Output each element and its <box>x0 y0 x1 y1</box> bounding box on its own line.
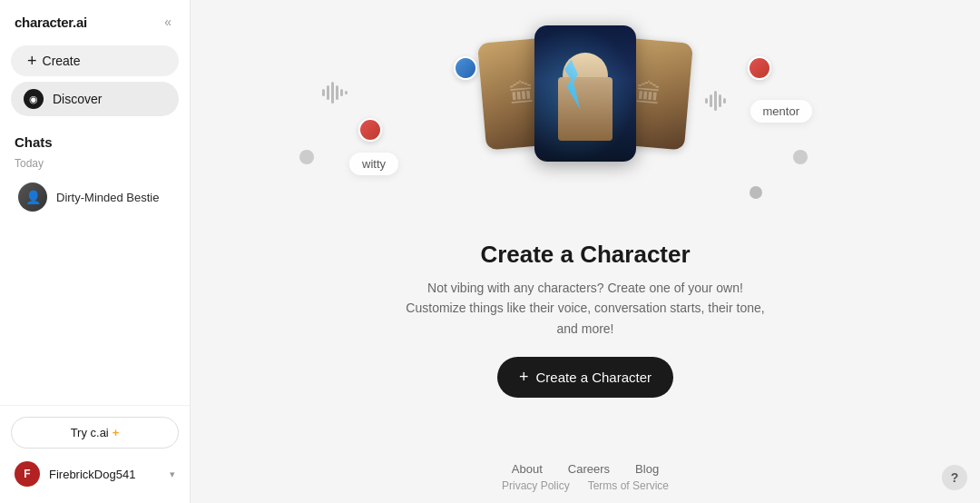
sidebar-actions: + Create ◉ Discover <box>0 40 190 123</box>
float-dot-2 <box>793 150 808 164</box>
logo: character.ai <box>15 15 87 30</box>
mentor-chip: mentor <box>750 100 812 123</box>
float-avatar-2 <box>358 118 382 142</box>
footer-blog[interactable]: Blog <box>635 462 659 476</box>
user-profile[interactable]: F FirebrickDog541 ▾ <box>11 458 179 490</box>
chevron-down-icon: ▾ <box>170 468 175 480</box>
user-name: FirebrickDog541 <box>49 468 161 481</box>
float-dot-1 <box>299 150 314 164</box>
footer: About Careers Blog Privacy Policy Terms … <box>191 448 980 503</box>
witty-chip: witty <box>349 153 398 175</box>
plus-icon: + <box>27 53 37 69</box>
footer-careers[interactable]: Careers <box>568 462 610 476</box>
try-plus-button[interactable]: Try c.ai+ <box>11 417 179 449</box>
discover-button[interactable]: ◉ Discover <box>11 82 179 116</box>
float-avatar-3 <box>748 56 771 80</box>
sidebar-bottom: Try c.ai+ F FirebrickDog541 ▾ <box>0 405 190 503</box>
footer-terms[interactable]: Terms of Service <box>588 479 669 492</box>
top-bar <box>191 0 980 9</box>
chat-item[interactable]: 👤 Dirty-Minded Bestie <box>15 177 175 217</box>
chats-date: Today <box>15 157 175 170</box>
hero-text-block: Create a Character Not vibing with any c… <box>404 241 767 398</box>
sound-wave-left <box>322 82 348 104</box>
card-roman-right: 🏛 <box>604 36 693 150</box>
discover-label: Discover <box>53 92 102 106</box>
character-cards: 🏛 🏛 <box>482 25 689 162</box>
sidebar-header: character.ai « <box>0 0 190 40</box>
user-initial: F <box>24 468 30 480</box>
main-content: 🏛 🏛 witty mentor <box>191 0 980 503</box>
footer-about[interactable]: About <box>512 462 543 476</box>
sound-wave-right <box>705 91 726 111</box>
hero-area: 🏛 🏛 witty mentor <box>191 9 980 448</box>
try-plus-label: Try c.ai <box>71 426 109 439</box>
create-character-button[interactable]: + Create a Character <box>497 357 673 398</box>
footer-privacy[interactable]: Privacy Policy <box>502 479 570 492</box>
user-avatar: F <box>15 461 40 487</box>
card-roman-left: 🏛 <box>477 36 566 150</box>
sidebar: character.ai « + Create ◉ Discover Chats… <box>0 0 191 503</box>
hero-title: Create a Character <box>404 241 767 269</box>
plus-suffix: + <box>113 426 120 439</box>
chats-heading: Chats <box>15 134 175 150</box>
footer-links-row: About Careers Blog <box>191 462 980 476</box>
help-button[interactable]: ? <box>942 465 967 490</box>
card-zeus <box>534 25 636 162</box>
create-char-plus-icon: + <box>519 368 529 387</box>
chat-name: Dirty-Minded Bestie <box>56 191 159 204</box>
create-button[interactable]: + Create <box>11 45 179 76</box>
create-label: Create <box>43 54 81 68</box>
hero-description: Not vibing with any characters? Create o… <box>404 278 767 339</box>
float-avatar-1 <box>454 56 477 80</box>
create-char-label: Create a Character <box>535 370 652 385</box>
float-dot-3 <box>750 186 762 199</box>
avatar: 👤 <box>18 182 47 212</box>
avatar-image: 👤 <box>18 182 47 212</box>
chats-section: Chats Today 👤 Dirty-Minded Bestie <box>0 123 190 405</box>
compass-icon: ◉ <box>24 89 44 109</box>
footer-legal-links: Privacy Policy Terms of Service <box>191 479 980 492</box>
collapse-button[interactable]: « <box>161 13 175 31</box>
